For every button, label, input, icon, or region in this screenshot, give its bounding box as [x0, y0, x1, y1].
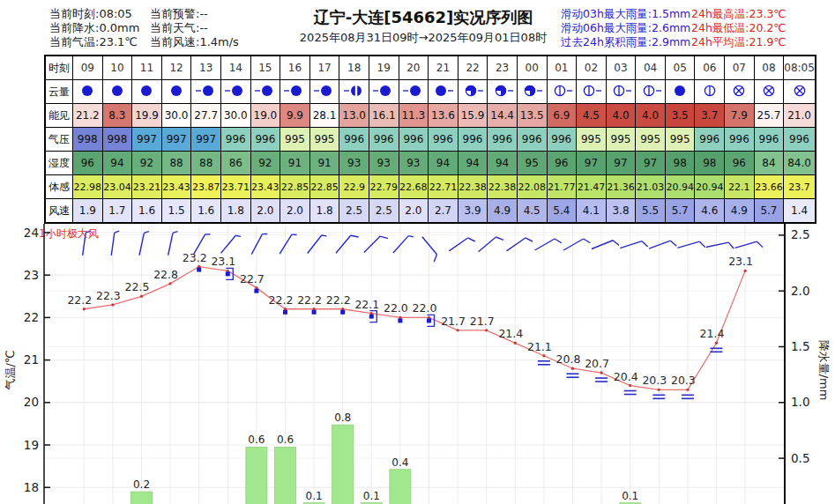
- cell-feels_like-02: 21.47: [577, 175, 607, 199]
- date-range: 2025年08月31日09时→2025年09月01日08时: [265, 30, 582, 46]
- temp-label-23: 21.7: [470, 315, 495, 328]
- wind-barb-18: [336, 233, 359, 257]
- cell-feels_like-12: 23.43: [161, 175, 191, 199]
- cell-visibility-11: 19.9: [132, 104, 162, 128]
- row-header-times: 时刻: [45, 56, 73, 80]
- cell-pressure-15: 996: [250, 128, 280, 152]
- left-tick-23: 23: [24, 268, 39, 282]
- wind-barb-05: [649, 240, 676, 256]
- cloud-cover-icon: [578, 84, 604, 98]
- precip-label-18: 0.8: [334, 411, 351, 424]
- current-wind-label: 当前风速:1.4m/s: [150, 35, 239, 49]
- cell-humidity-14: 86: [220, 152, 250, 175]
- wind-row-label: 1小时极大风: [39, 227, 99, 240]
- blue-marker-16: [283, 310, 287, 315]
- cloud-cover-icon: [341, 84, 368, 98]
- cell-pressure-02: 995: [577, 128, 607, 152]
- row-pressure: 气压99899899799799799699699599599699699699…: [45, 128, 816, 152]
- cell-wind_speed-22: 3.9: [458, 199, 488, 224]
- wind-barb-17: [308, 233, 327, 256]
- cell-wind_speed-11: 1.6: [132, 199, 162, 224]
- cell-humidity-16: 91: [280, 152, 310, 175]
- precip-bar-16: [275, 447, 296, 504]
- cell-visibility-17: 28.1: [309, 104, 339, 128]
- left-tick-19: 19: [24, 438, 39, 452]
- cell-clouds-03: [606, 80, 636, 104]
- left-axis-label: 气温/℃: [4, 351, 17, 390]
- cell-feels_like-07: 22.1: [725, 175, 755, 199]
- cell-pressure-22: 996: [458, 128, 488, 152]
- cell-visibility-01: 6.9: [547, 104, 577, 128]
- cell-feels_like-18: 22.9: [339, 175, 369, 199]
- cloud-cover-icon: [104, 84, 130, 98]
- temp-label-12: 22.8: [153, 268, 178, 281]
- left-tick-22: 22: [24, 310, 39, 324]
- cloud-cover-icon: [74, 84, 101, 98]
- right-tick-2.5: 2.5: [791, 227, 809, 241]
- cell-clouds-09: [73, 80, 103, 104]
- row-header-wind_speed: 风速: [45, 199, 73, 224]
- cell-visibility-16: 9.9: [280, 104, 310, 128]
- cell-humidity-11: 92: [132, 152, 162, 175]
- cell-humidity-10: 94: [102, 152, 132, 175]
- cell-feels_like-20: 22.68: [399, 175, 429, 199]
- cell-humidity-06: 98: [695, 152, 725, 175]
- cell-clouds-19: [369, 80, 399, 104]
- temp-label-02: 20.8: [556, 352, 581, 366]
- wind-barb-19: [364, 233, 388, 257]
- cell-times-16: 16: [280, 56, 310, 80]
- cell-times-20: 20: [399, 56, 429, 80]
- cell-times-22: 22: [458, 56, 488, 80]
- cell-humidity-22: 94: [458, 152, 488, 175]
- cell-humidity-12: 88: [161, 152, 191, 175]
- cell-humidity-08: 84: [754, 152, 784, 175]
- cloud-cover-icon: [459, 84, 486, 98]
- cell-wind_speed-21: 2.7: [429, 199, 459, 224]
- cell-clouds-11: [132, 80, 162, 104]
- cell-wind_speed-05: 5.7: [665, 199, 695, 224]
- cell-visibility-03: 4.0: [606, 104, 636, 128]
- row-header-pressure: 气压: [45, 128, 73, 152]
- wind-barb-06: [677, 241, 705, 255]
- cell-wind_speed-14: 1.8: [220, 199, 250, 224]
- cell-pressure-05: 995: [665, 128, 695, 152]
- cell-humidity-13: 88: [191, 152, 221, 175]
- cell-pressure-19: 996: [369, 128, 399, 152]
- wind-barb-12: [168, 231, 178, 256]
- current-weather-label: 当前天气:--: [150, 21, 208, 35]
- wind-barb-21: [417, 237, 440, 262]
- cell-humidity-04: 97: [636, 152, 666, 175]
- cell-wind_speed-17: 1.8: [309, 199, 339, 224]
- blue-marker-21: [427, 318, 431, 322]
- cell-clouds-01: [547, 80, 577, 104]
- cloud-cover-icon: [518, 84, 545, 98]
- precip-bar-15: [246, 447, 267, 504]
- cell-pressure-12: 997: [161, 128, 191, 152]
- cloud-cover-icon: [726, 84, 752, 98]
- cell-times-12: 12: [161, 56, 191, 80]
- temp-label-19: 22.1: [354, 298, 379, 311]
- temp-label-21: 22.0: [413, 301, 437, 315]
- cell-clouds-06: [695, 80, 725, 104]
- cell-wind_speed-19: 2.5: [369, 199, 399, 224]
- cell-visibility-08:05: 21.0: [784, 104, 816, 128]
- obs-table: 时刻09101112131415161718192021222300010203…: [44, 55, 816, 224]
- current-temp-label: 当前气温:23.1℃: [49, 35, 138, 49]
- cell-times-15: 15: [250, 56, 280, 80]
- cell-wind_speed-04: 5.5: [636, 199, 666, 224]
- stat-24h-maxtemp: 24h最高温:23.3℃: [691, 7, 786, 21]
- cell-pressure-14: 996: [220, 128, 250, 152]
- cell-humidity-20: 93: [399, 152, 429, 175]
- temperature-line: [84, 267, 745, 390]
- temp-label-09: 22.2: [67, 293, 92, 307]
- cell-visibility-13: 27.7: [191, 104, 221, 128]
- temp-label-22: 21.7: [441, 315, 466, 328]
- cell-times-08:05: 08:05: [784, 56, 816, 80]
- cell-humidity-21: 94: [429, 152, 459, 175]
- cell-visibility-07: 7.9: [725, 104, 755, 128]
- temp-label-07: 21.4: [700, 327, 725, 340]
- cell-times-11: 11: [132, 56, 162, 80]
- cell-clouds-22: [458, 80, 488, 104]
- blue-marker-13: [197, 268, 201, 272]
- cloud-cover-icon: [163, 84, 190, 98]
